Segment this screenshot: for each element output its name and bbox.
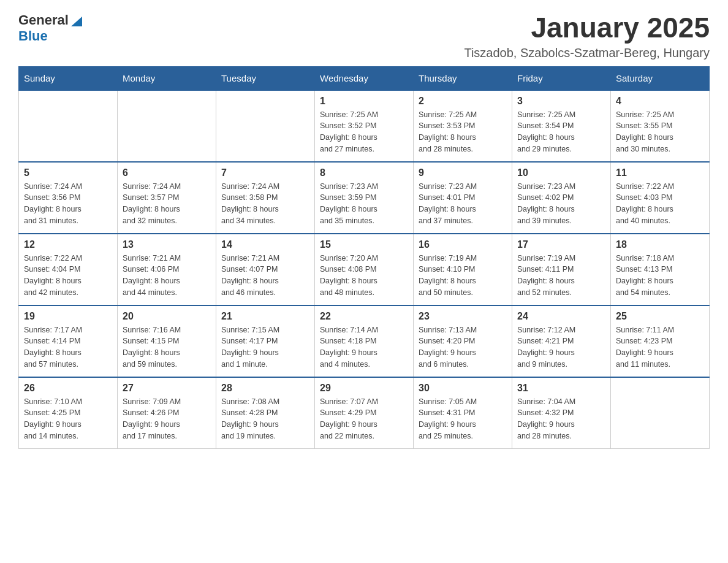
header-tuesday: Tuesday — [216, 66, 315, 90]
day-info: Sunrise: 7:19 AMSunset: 4:10 PMDaylight:… — [419, 253, 507, 299]
day-info: Sunrise: 7:24 AMSunset: 3:57 PMDaylight:… — [123, 181, 211, 227]
header-saturday: Saturday — [611, 66, 710, 90]
day-number: 16 — [419, 239, 507, 250]
day-number: 2 — [419, 96, 507, 107]
day-info: Sunrise: 7:18 AMSunset: 4:13 PMDaylight:… — [616, 253, 704, 299]
day-info: Sunrise: 7:21 AMSunset: 4:06 PMDaylight:… — [123, 253, 211, 299]
calendar-cell — [611, 377, 710, 449]
day-number: 25 — [616, 311, 704, 322]
calendar-cell: 6Sunrise: 7:24 AMSunset: 3:57 PMDaylight… — [118, 162, 216, 234]
calendar-cell: 26Sunrise: 7:10 AMSunset: 4:25 PMDayligh… — [19, 377, 118, 449]
calendar-cell: 21Sunrise: 7:15 AMSunset: 4:17 PMDayligh… — [216, 305, 315, 377]
day-number: 10 — [517, 167, 605, 178]
day-number: 7 — [221, 167, 309, 178]
day-info: Sunrise: 7:07 AMSunset: 4:29 PMDaylight:… — [320, 396, 408, 442]
day-number: 13 — [123, 239, 211, 250]
day-number: 11 — [616, 167, 704, 178]
day-info: Sunrise: 7:05 AMSunset: 4:31 PMDaylight:… — [419, 396, 507, 442]
calendar-cell: 1Sunrise: 7:25 AMSunset: 3:52 PMDaylight… — [315, 90, 414, 162]
day-number: 20 — [123, 311, 211, 322]
header-friday: Friday — [512, 66, 611, 90]
day-number: 30 — [419, 383, 507, 394]
day-info: Sunrise: 7:15 AMSunset: 4:17 PMDaylight:… — [221, 324, 309, 370]
day-number: 28 — [221, 383, 309, 394]
day-info: Sunrise: 7:10 AMSunset: 4:25 PMDaylight:… — [24, 396, 112, 442]
calendar-cell: 15Sunrise: 7:20 AMSunset: 4:08 PMDayligh… — [315, 234, 414, 305]
day-info: Sunrise: 7:24 AMSunset: 3:58 PMDaylight:… — [221, 181, 309, 227]
day-number: 22 — [320, 311, 408, 322]
calendar-cell: 30Sunrise: 7:05 AMSunset: 4:31 PMDayligh… — [414, 377, 512, 449]
header-monday: Monday — [118, 66, 216, 90]
day-info: Sunrise: 7:11 AMSunset: 4:23 PMDaylight:… — [616, 324, 704, 370]
calendar-title: January 2025 — [464, 12, 710, 44]
day-info: Sunrise: 7:20 AMSunset: 4:08 PMDaylight:… — [320, 253, 408, 299]
logo: General Blue — [18, 12, 83, 44]
calendar-cell: 23Sunrise: 7:13 AMSunset: 4:20 PMDayligh… — [414, 305, 512, 377]
day-number: 23 — [419, 311, 507, 322]
header-thursday: Thursday — [414, 66, 512, 90]
calendar-week-row: 5Sunrise: 7:24 AMSunset: 3:56 PMDaylight… — [19, 162, 710, 234]
calendar-subtitle: Tiszadob, Szabolcs-Szatmar-Bereg, Hungar… — [464, 46, 710, 60]
day-info: Sunrise: 7:14 AMSunset: 4:18 PMDaylight:… — [320, 324, 408, 370]
logo-text-general: General — [18, 12, 69, 28]
header-wednesday: Wednesday — [315, 66, 414, 90]
day-info: Sunrise: 7:04 AMSunset: 4:32 PMDaylight:… — [517, 396, 605, 442]
calendar-cell: 31Sunrise: 7:04 AMSunset: 4:32 PMDayligh… — [512, 377, 611, 449]
calendar-cell: 17Sunrise: 7:19 AMSunset: 4:11 PMDayligh… — [512, 234, 611, 305]
calendar-cell: 3Sunrise: 7:25 AMSunset: 3:54 PMDaylight… — [512, 90, 611, 162]
calendar-cell: 18Sunrise: 7:18 AMSunset: 4:13 PMDayligh… — [611, 234, 710, 305]
day-number: 8 — [320, 167, 408, 178]
day-number: 29 — [320, 383, 408, 394]
calendar-cell — [118, 90, 216, 162]
day-info: Sunrise: 7:17 AMSunset: 4:14 PMDaylight:… — [24, 324, 112, 370]
calendar-cell — [216, 90, 315, 162]
calendar-table: SundayMondayTuesdayWednesdayThursdayFrid… — [18, 66, 710, 449]
calendar-cell: 19Sunrise: 7:17 AMSunset: 4:14 PMDayligh… — [19, 305, 118, 377]
day-number: 21 — [221, 311, 309, 322]
day-number: 19 — [24, 311, 112, 322]
calendar-cell: 16Sunrise: 7:19 AMSunset: 4:10 PMDayligh… — [414, 234, 512, 305]
calendar-cell: 7Sunrise: 7:24 AMSunset: 3:58 PMDaylight… — [216, 162, 315, 234]
calendar-cell: 24Sunrise: 7:12 AMSunset: 4:21 PMDayligh… — [512, 305, 611, 377]
calendar-cell: 13Sunrise: 7:21 AMSunset: 4:06 PMDayligh… — [118, 234, 216, 305]
day-number: 17 — [517, 239, 605, 250]
day-info: Sunrise: 7:13 AMSunset: 4:20 PMDaylight:… — [419, 324, 507, 370]
day-number: 4 — [616, 96, 704, 107]
day-info: Sunrise: 7:08 AMSunset: 4:28 PMDaylight:… — [221, 396, 309, 442]
calendar-week-row: 26Sunrise: 7:10 AMSunset: 4:25 PMDayligh… — [19, 377, 710, 449]
day-number: 14 — [221, 239, 309, 250]
day-number: 26 — [24, 383, 112, 394]
calendar-cell: 5Sunrise: 7:24 AMSunset: 3:56 PMDaylight… — [19, 162, 118, 234]
day-info: Sunrise: 7:22 AMSunset: 4:04 PMDaylight:… — [24, 253, 112, 299]
day-number: 27 — [123, 383, 211, 394]
day-number: 5 — [24, 167, 112, 178]
calendar-cell: 12Sunrise: 7:22 AMSunset: 4:04 PMDayligh… — [19, 234, 118, 305]
calendar-cell: 10Sunrise: 7:23 AMSunset: 4:02 PMDayligh… — [512, 162, 611, 234]
day-number: 18 — [616, 239, 704, 250]
calendar-cell: 14Sunrise: 7:21 AMSunset: 4:07 PMDayligh… — [216, 234, 315, 305]
day-info: Sunrise: 7:22 AMSunset: 4:03 PMDaylight:… — [616, 181, 704, 227]
calendar-cell: 11Sunrise: 7:22 AMSunset: 4:03 PMDayligh… — [611, 162, 710, 234]
day-info: Sunrise: 7:25 AMSunset: 3:53 PMDaylight:… — [419, 109, 507, 155]
calendar-cell: 28Sunrise: 7:08 AMSunset: 4:28 PMDayligh… — [216, 377, 315, 449]
header-sunday: Sunday — [19, 66, 118, 90]
title-area: January 2025 Tiszadob, Szabolcs-Szatmar-… — [464, 12, 710, 60]
day-info: Sunrise: 7:25 AMSunset: 3:52 PMDaylight:… — [320, 109, 408, 155]
day-number: 15 — [320, 239, 408, 250]
calendar-header-row: SundayMondayTuesdayWednesdayThursdayFrid… — [19, 66, 710, 90]
day-info: Sunrise: 7:16 AMSunset: 4:15 PMDaylight:… — [123, 324, 211, 370]
day-number: 31 — [517, 383, 605, 394]
day-number: 24 — [517, 311, 605, 322]
day-info: Sunrise: 7:12 AMSunset: 4:21 PMDaylight:… — [517, 324, 605, 370]
calendar-week-row: 12Sunrise: 7:22 AMSunset: 4:04 PMDayligh… — [19, 234, 710, 305]
calendar-cell: 27Sunrise: 7:09 AMSunset: 4:26 PMDayligh… — [118, 377, 216, 449]
day-info: Sunrise: 7:09 AMSunset: 4:26 PMDaylight:… — [123, 396, 211, 442]
day-number: 12 — [24, 239, 112, 250]
day-number: 1 — [320, 96, 408, 107]
day-info: Sunrise: 7:23 AMSunset: 4:02 PMDaylight:… — [517, 181, 605, 227]
calendar-week-row: 19Sunrise: 7:17 AMSunset: 4:14 PMDayligh… — [19, 305, 710, 377]
calendar-cell: 22Sunrise: 7:14 AMSunset: 4:18 PMDayligh… — [315, 305, 414, 377]
calendar-cell: 29Sunrise: 7:07 AMSunset: 4:29 PMDayligh… — [315, 377, 414, 449]
day-number: 9 — [419, 167, 507, 178]
day-info: Sunrise: 7:19 AMSunset: 4:11 PMDaylight:… — [517, 253, 605, 299]
